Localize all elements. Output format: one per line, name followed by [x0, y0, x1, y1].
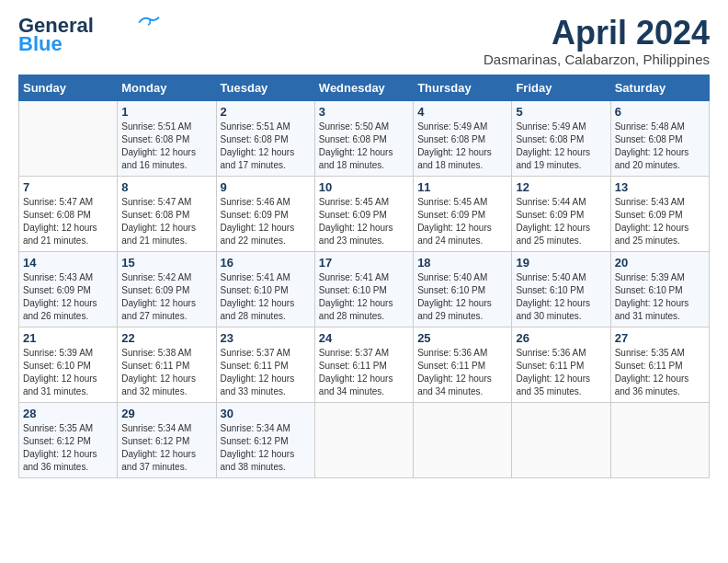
day-info: Sunrise: 5:50 AM Sunset: 6:08 PM Dayligh… [319, 121, 409, 172]
day-number: 15 [121, 256, 211, 270]
day-number: 13 [615, 180, 705, 194]
day-info: Sunrise: 5:37 AM Sunset: 6:11 PM Dayligh… [221, 347, 311, 398]
calendar-cell: 20Sunrise: 5:39 AM Sunset: 6:10 PM Dayli… [610, 251, 709, 327]
day-number: 7 [23, 180, 113, 194]
weekday-header-thursday: Thursday [414, 75, 512, 100]
day-number: 3 [319, 105, 409, 119]
weekday-header-friday: Friday [512, 75, 610, 100]
calendar-week-row: 28Sunrise: 5:35 AM Sunset: 6:12 PM Dayli… [19, 402, 710, 477]
calendar-cell: 15Sunrise: 5:42 AM Sunset: 6:09 PM Dayli… [118, 251, 216, 327]
day-number: 23 [221, 331, 311, 345]
calendar-cell: 2Sunrise: 5:51 AM Sunset: 6:08 PM Daylig… [216, 100, 314, 176]
weekday-header-wednesday: Wednesday [314, 75, 413, 100]
day-info: Sunrise: 5:40 AM Sunset: 6:10 PM Dayligh… [417, 271, 507, 323]
day-number: 2 [221, 105, 311, 119]
day-number: 10 [319, 180, 409, 194]
day-info: Sunrise: 5:45 AM Sunset: 6:09 PM Dayligh… [319, 196, 409, 247]
day-info: Sunrise: 5:43 AM Sunset: 6:09 PM Dayligh… [23, 271, 113, 323]
calendar-cell [314, 402, 413, 477]
day-info: Sunrise: 5:36 AM Sunset: 6:11 PM Dayligh… [516, 347, 606, 398]
day-info: Sunrise: 5:37 AM Sunset: 6:11 PM Dayligh… [319, 347, 409, 398]
day-info: Sunrise: 5:35 AM Sunset: 6:12 PM Dayligh… [23, 422, 113, 474]
day-info: Sunrise: 5:36 AM Sunset: 6:11 PM Dayligh… [417, 347, 507, 398]
calendar-cell [512, 402, 610, 477]
logo-blue-text: Blue [18, 33, 63, 55]
day-number: 28 [23, 407, 113, 420]
day-info: Sunrise: 5:49 AM Sunset: 6:08 PM Dayligh… [417, 121, 507, 172]
calendar-cell: 23Sunrise: 5:37 AM Sunset: 6:11 PM Dayli… [216, 327, 314, 402]
day-info: Sunrise: 5:38 AM Sunset: 6:11 PM Dayligh… [121, 347, 211, 398]
day-number: 29 [121, 407, 211, 420]
calendar-cell [19, 100, 118, 176]
calendar-cell: 28Sunrise: 5:35 AM Sunset: 6:12 PM Dayli… [19, 402, 118, 477]
day-info: Sunrise: 5:42 AM Sunset: 6:09 PM Dayligh… [121, 271, 211, 323]
day-info: Sunrise: 5:47 AM Sunset: 6:08 PM Dayligh… [23, 196, 113, 247]
day-info: Sunrise: 5:34 AM Sunset: 6:12 PM Dayligh… [221, 422, 311, 474]
calendar-cell: 27Sunrise: 5:35 AM Sunset: 6:11 PM Dayli… [610, 327, 709, 402]
day-number: 25 [417, 331, 507, 345]
day-number: 4 [417, 105, 507, 119]
day-number: 27 [615, 331, 705, 345]
day-number: 22 [121, 331, 211, 345]
weekday-header-row: SundayMondayTuesdayWednesdayThursdayFrid… [19, 75, 710, 100]
day-info: Sunrise: 5:34 AM Sunset: 6:12 PM Dayligh… [121, 422, 211, 474]
calendar-cell: 29Sunrise: 5:34 AM Sunset: 6:12 PM Dayli… [118, 402, 216, 477]
day-info: Sunrise: 5:39 AM Sunset: 6:10 PM Dayligh… [23, 347, 113, 398]
day-number: 24 [319, 331, 409, 345]
calendar-week-row: 14Sunrise: 5:43 AM Sunset: 6:09 PM Dayli… [19, 251, 710, 327]
calendar-cell: 16Sunrise: 5:41 AM Sunset: 6:10 PM Dayli… [216, 251, 314, 327]
day-info: Sunrise: 5:49 AM Sunset: 6:08 PM Dayligh… [516, 121, 606, 172]
location: Dasmarinas, Calabarzon, Philippines [483, 52, 710, 67]
calendar-cell: 21Sunrise: 5:39 AM Sunset: 6:10 PM Dayli… [19, 327, 118, 402]
day-info: Sunrise: 5:40 AM Sunset: 6:10 PM Dayligh… [516, 271, 606, 323]
calendar-week-row: 1Sunrise: 5:51 AM Sunset: 6:08 PM Daylig… [19, 100, 710, 176]
calendar-cell: 10Sunrise: 5:45 AM Sunset: 6:09 PM Dayli… [314, 176, 413, 251]
day-number: 1 [121, 105, 211, 119]
calendar-week-row: 7Sunrise: 5:47 AM Sunset: 6:08 PM Daylig… [19, 176, 710, 251]
calendar-cell: 1Sunrise: 5:51 AM Sunset: 6:08 PM Daylig… [118, 100, 216, 176]
day-info: Sunrise: 5:51 AM Sunset: 6:08 PM Dayligh… [221, 121, 311, 172]
calendar-cell [414, 402, 512, 477]
calendar-cell: 6Sunrise: 5:48 AM Sunset: 6:08 PM Daylig… [610, 100, 709, 176]
calendar-week-row: 21Sunrise: 5:39 AM Sunset: 6:10 PM Dayli… [19, 327, 710, 402]
calendar-cell: 18Sunrise: 5:40 AM Sunset: 6:10 PM Dayli… [414, 251, 512, 327]
logo: General Blue [18, 15, 160, 55]
day-number: 8 [121, 180, 211, 194]
weekday-header-monday: Monday [118, 75, 216, 100]
day-number: 11 [417, 180, 507, 194]
day-info: Sunrise: 5:46 AM Sunset: 6:09 PM Dayligh… [221, 196, 311, 247]
calendar-cell: 30Sunrise: 5:34 AM Sunset: 6:12 PM Dayli… [216, 402, 314, 477]
day-number: 12 [516, 180, 606, 194]
title-block: April 2024 Dasmarinas, Calabarzon, Phili… [483, 15, 710, 67]
weekday-header-saturday: Saturday [610, 75, 709, 100]
calendar-cell: 19Sunrise: 5:40 AM Sunset: 6:10 PM Dayli… [512, 251, 610, 327]
calendar-cell: 26Sunrise: 5:36 AM Sunset: 6:11 PM Dayli… [512, 327, 610, 402]
weekday-header-sunday: Sunday [19, 75, 118, 100]
day-info: Sunrise: 5:35 AM Sunset: 6:11 PM Dayligh… [615, 347, 705, 398]
day-number: 30 [221, 407, 311, 420]
day-number: 19 [516, 256, 606, 270]
calendar-cell: 7Sunrise: 5:47 AM Sunset: 6:08 PM Daylig… [19, 176, 118, 251]
weekday-header-tuesday: Tuesday [216, 75, 314, 100]
calendar-cell: 24Sunrise: 5:37 AM Sunset: 6:11 PM Dayli… [314, 327, 413, 402]
calendar-cell: 13Sunrise: 5:43 AM Sunset: 6:09 PM Dayli… [610, 176, 709, 251]
day-number: 18 [417, 256, 507, 270]
day-number: 14 [23, 256, 113, 270]
calendar-cell: 8Sunrise: 5:47 AM Sunset: 6:08 PM Daylig… [118, 176, 216, 251]
page-header: General Blue April 2024 Dasmarinas, Cala… [18, 15, 710, 67]
day-info: Sunrise: 5:48 AM Sunset: 6:08 PM Dayligh… [615, 121, 705, 172]
calendar-cell: 22Sunrise: 5:38 AM Sunset: 6:11 PM Dayli… [118, 327, 216, 402]
day-number: 6 [615, 105, 705, 119]
calendar-cell: 3Sunrise: 5:50 AM Sunset: 6:08 PM Daylig… [314, 100, 413, 176]
day-info: Sunrise: 5:39 AM Sunset: 6:10 PM Dayligh… [615, 271, 705, 323]
calendar-cell: 4Sunrise: 5:49 AM Sunset: 6:08 PM Daylig… [414, 100, 512, 176]
day-info: Sunrise: 5:43 AM Sunset: 6:09 PM Dayligh… [615, 196, 705, 247]
day-info: Sunrise: 5:47 AM Sunset: 6:08 PM Dayligh… [121, 196, 211, 247]
calendar-cell: 12Sunrise: 5:44 AM Sunset: 6:09 PM Dayli… [512, 176, 610, 251]
day-number: 26 [516, 331, 606, 345]
day-info: Sunrise: 5:41 AM Sunset: 6:10 PM Dayligh… [319, 271, 409, 323]
day-info: Sunrise: 5:45 AM Sunset: 6:09 PM Dayligh… [417, 196, 507, 247]
day-info: Sunrise: 5:51 AM Sunset: 6:08 PM Dayligh… [121, 121, 211, 172]
day-number: 9 [221, 180, 311, 194]
day-info: Sunrise: 5:41 AM Sunset: 6:10 PM Dayligh… [221, 271, 311, 323]
